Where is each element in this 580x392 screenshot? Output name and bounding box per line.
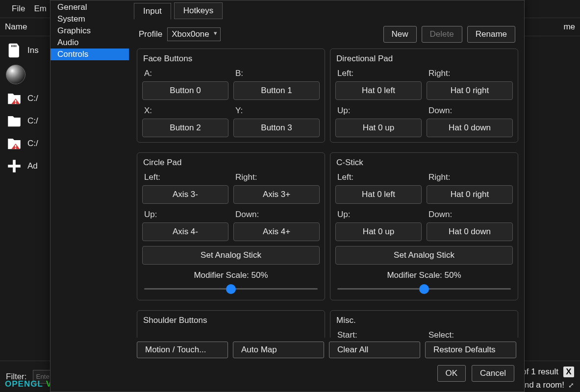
bind-label: X: xyxy=(142,104,228,118)
col-name: Name xyxy=(5,22,27,32)
motion-touch-button[interactable]: Motion / Touch... xyxy=(137,342,228,358)
modifier-scale-slider[interactable] xyxy=(144,283,318,295)
bind-label: Down: xyxy=(233,208,320,221)
svg-rect-0 xyxy=(15,100,17,102)
list-item-label: Ins xyxy=(27,46,39,55)
bind-label: Down: xyxy=(427,208,513,221)
tab-hotkeys[interactable]: Hotkeys xyxy=(174,2,223,19)
bind-label: Left: xyxy=(335,171,422,184)
renderer-label: OPENGL xyxy=(5,379,43,389)
group-title: C-Stick xyxy=(335,157,513,171)
bind-circle-up[interactable]: Axis 4- xyxy=(142,222,228,241)
modifier-scale-slider[interactable] xyxy=(337,283,511,295)
profile-label: Profile xyxy=(139,29,162,39)
svg-rect-1 xyxy=(15,103,17,104)
settings-dialog: General System Graphics Audio Controls I… xyxy=(50,0,525,392)
bind-label: Up: xyxy=(142,208,228,221)
group-title: Circle Pad xyxy=(142,157,320,171)
group-title: Misc. xyxy=(335,315,513,328)
bind-label: Left: xyxy=(142,171,228,184)
sphere-icon xyxy=(6,65,25,84)
folder-alert-icon xyxy=(6,90,23,107)
set-analog-cstick[interactable]: Set Analog Stick xyxy=(335,246,513,265)
bind-y[interactable]: Button 3 xyxy=(233,119,320,137)
settings-sidebar: General System Graphics Audio Controls xyxy=(50,0,129,392)
folder-alert-icon xyxy=(6,135,23,152)
tab-input[interactable]: Input xyxy=(134,3,171,20)
folder-icon xyxy=(6,113,23,129)
bind-dpad-down[interactable]: Hat 0 down xyxy=(427,119,513,137)
bindings-scroll[interactable]: Face Buttons A:Button 0 B:Button 1 X:But… xyxy=(132,48,521,338)
list-item-label: C:/ xyxy=(27,116,38,126)
bind-dpad-right[interactable]: Hat 0 right xyxy=(427,81,513,100)
bind-label: B: xyxy=(233,67,320,80)
new-button[interactable]: New xyxy=(383,26,417,43)
bind-label: Up: xyxy=(335,104,422,118)
profile-select[interactable]: Xbox0one xyxy=(167,27,221,41)
set-analog-circle[interactable]: Set Analog Stick xyxy=(142,246,320,265)
bind-dpad-left[interactable]: Hat 0 left xyxy=(335,81,422,100)
bind-dpad-up[interactable]: Hat 0 up xyxy=(335,119,422,137)
restore-defaults-button[interactable]: Restore Defaults xyxy=(425,342,516,358)
bind-label: Start: xyxy=(335,328,422,338)
group-title: Shoulder Buttons xyxy=(142,315,320,328)
auto-map-button[interactable]: Auto Map xyxy=(233,342,324,358)
delete-button[interactable]: Delete xyxy=(422,26,462,43)
sidebar-item-audio[interactable]: Audio xyxy=(50,37,129,49)
bind-label: Up: xyxy=(335,208,422,221)
bind-label: Right: xyxy=(427,67,513,80)
group-circle-pad: Circle Pad Left:Axis 3- Right:Axis 3+ Up… xyxy=(137,152,325,300)
bind-circle-right[interactable]: Axis 3+ xyxy=(233,185,320,204)
bind-label: Right: xyxy=(427,171,513,184)
group-face-buttons: Face Buttons A:Button 0 B:Button 1 X:But… xyxy=(137,49,325,143)
group-dpad: Directional Pad Left:Hat 0 left Right:Ha… xyxy=(330,49,518,143)
sidebar-item-graphics[interactable]: Graphics xyxy=(50,25,129,37)
sidebar-item-general[interactable]: General xyxy=(50,1,129,13)
plus-icon xyxy=(6,158,23,174)
bind-cstick-left[interactable]: Hat 0 left xyxy=(335,185,422,204)
sidebar-item-controls[interactable]: Controls xyxy=(50,49,129,60)
bind-x[interactable]: Button 2 xyxy=(142,119,228,137)
bind-b[interactable]: Button 1 xyxy=(233,81,320,100)
list-item-label: C:/ xyxy=(27,94,38,103)
menu-file[interactable]: File xyxy=(12,4,25,14)
room-status: nd a room! xyxy=(525,380,564,390)
group-shoulder: Shoulder Buttons L: R: xyxy=(137,310,325,338)
bind-a[interactable]: Button 0 xyxy=(142,81,228,100)
group-misc: Misc. Start:Button 7 Select:Button 6 Hom… xyxy=(330,310,518,338)
sd-card-icon xyxy=(6,42,23,59)
cancel-button[interactable]: Cancel xyxy=(472,365,514,382)
list-item-label: Ad xyxy=(27,161,38,171)
sidebar-item-system[interactable]: System xyxy=(50,13,129,25)
bind-label: Down: xyxy=(427,104,513,118)
bind-label: Y: xyxy=(233,104,320,118)
list-item-label: C:/ xyxy=(27,139,38,148)
col-right: me xyxy=(563,22,575,32)
menu-emulation[interactable]: Em xyxy=(34,4,47,14)
bind-label: Right: xyxy=(233,171,320,184)
ok-button[interactable]: OK xyxy=(437,365,466,382)
group-title: Face Buttons xyxy=(142,53,320,67)
result-count: of 1 result xyxy=(522,367,558,377)
group-cstick: C-Stick Left:Hat 0 left Right:Hat 0 righ… xyxy=(330,152,518,300)
bind-circle-left[interactable]: Axis 3- xyxy=(142,185,228,204)
expand-icon[interactable]: ⤢ xyxy=(568,381,574,389)
tabs: Input Hotkeys xyxy=(132,0,521,19)
close-filter-button[interactable]: X xyxy=(563,367,574,377)
modifier-scale-label: Modifier Scale: 50% xyxy=(142,270,320,280)
rename-button[interactable]: Rename xyxy=(467,26,515,43)
bind-cstick-right[interactable]: Hat 0 right xyxy=(427,185,513,204)
bind-label: Select: xyxy=(427,328,513,338)
bind-label: A: xyxy=(142,67,228,80)
bind-cstick-up[interactable]: Hat 0 up xyxy=(335,222,422,241)
bind-circle-down[interactable]: Axis 4+ xyxy=(233,222,320,241)
svg-rect-2 xyxy=(15,145,17,147)
group-title: Directional Pad xyxy=(335,53,513,67)
bind-cstick-down[interactable]: Hat 0 down xyxy=(427,222,513,241)
bind-label: Left: xyxy=(335,67,422,80)
svg-rect-3 xyxy=(15,148,17,149)
modifier-scale-label: Modifier Scale: 50% xyxy=(335,270,513,280)
clear-all-button[interactable]: Clear All xyxy=(329,342,420,358)
